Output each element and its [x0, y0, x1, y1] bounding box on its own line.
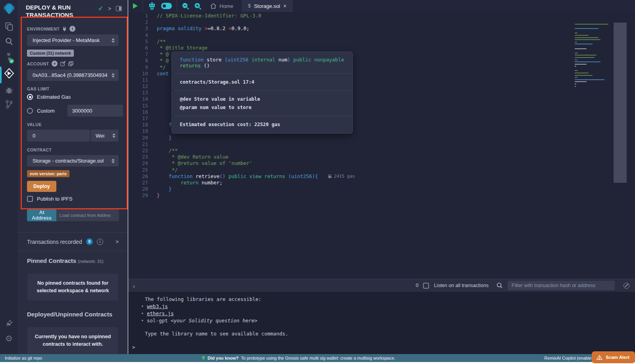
tab-close-icon[interactable]: ×	[283, 3, 287, 9]
transactions-recorded-row: Transactions recorded 0 i >	[18, 233, 127, 251]
gas-estimate-annotation: 2415 gas	[328, 173, 355, 180]
editor-minimap[interactable]	[575, 24, 612, 88]
compile-success-check-icon: ✓	[98, 5, 103, 12]
tooltip-signature: function store (uint256 internal num) pu…	[172, 52, 352, 73]
terminal-library-item[interactable]: web3.js	[141, 303, 635, 310]
code-line[interactable]: 3pragma solidity >=0.8.2 <0.9.0;	[128, 25, 635, 32]
pinned-contracts-empty: No pinned contracts found for selected w…	[27, 274, 118, 301]
remix-ai-logo-icon[interactable]	[0, 2, 18, 15]
clear-console-icon[interactable]	[623, 283, 629, 289]
publish-ipfs-checkbox[interactable]	[27, 196, 33, 202]
plug-icon[interactable]	[62, 27, 67, 31]
estimated-gas-radio[interactable]	[27, 94, 33, 100]
debugger-icon[interactable]	[0, 86, 18, 94]
terminal-output[interactable]: The following libraries are accessible: …	[128, 292, 635, 354]
tooltip-cost: Estimated execution cost: 22520 gas	[180, 121, 344, 128]
solidity-compiler-icon[interactable]	[0, 52, 18, 64]
estimated-gas-radio-row[interactable]: Estimated Gas	[27, 94, 119, 100]
copilot-status[interactable]: RemixAI Copilot (enabled)	[545, 356, 595, 360]
did-you-know-label: Did you know?	[208, 356, 239, 360]
scam-alert-button[interactable]: Scam Alert	[592, 351, 635, 363]
deploy-button[interactable]: Deploy	[27, 181, 56, 192]
code-line[interactable]: 26 function retrieve() public view retur…	[128, 173, 635, 180]
code-line[interactable]: 2	[128, 19, 635, 25]
panel-title: DEPLOY & RUN TRANSACTIONS	[26, 4, 85, 19]
value-input[interactable]: 0	[27, 130, 90, 142]
value-amount: 0	[33, 133, 35, 139]
library-link[interactable]: ethers.js	[147, 310, 174, 316]
value-unit: Wei	[96, 133, 104, 139]
code-line[interactable]: 1// SPDX-License-Identifier: GPL-3.0	[128, 13, 635, 19]
zoom-out-icon[interactable]	[182, 2, 189, 10]
code-line[interactable]: 28 }	[128, 186, 635, 192]
code-line[interactable]: 23 * @dev Return value	[128, 154, 635, 160]
code-line[interactable]: 6 * @title Storage	[128, 45, 635, 51]
sign-message-icon[interactable]	[60, 61, 65, 66]
code-line[interactable]: 4	[128, 32, 635, 38]
listen-all-checkbox[interactable]	[423, 283, 429, 289]
settings-gear-icon[interactable]: ⚙	[0, 334, 18, 343]
tab-home[interactable]: Home	[206, 3, 237, 9]
terminal-library-item: sol-gpt <your Solidity question here>	[141, 317, 635, 324]
terminal-library-item[interactable]: ethers.js	[141, 310, 635, 317]
account-label: ACCOUNT	[27, 61, 49, 66]
add-account-icon[interactable]: +	[52, 61, 58, 67]
account-select[interactable]: 0xA03...85ac4 (0.398673504934	[27, 69, 119, 81]
collapse-panel-icon[interactable]: >	[108, 6, 111, 11]
code-line[interactable]: 5/**	[128, 38, 635, 45]
at-address-button[interactable]: At Address	[27, 209, 56, 221]
transactions-expand-icon[interactable]: >	[115, 239, 119, 245]
deploy-run-icon[interactable]	[0, 68, 18, 79]
icon-rail: ⚙	[0, 0, 18, 354]
warning-triangle-icon	[597, 355, 602, 360]
estimated-gas-label: Estimated Gas	[37, 94, 71, 100]
custom-gas-radio-row[interactable]: Custom	[27, 105, 119, 117]
did-you-know-text: To prototype using the Gnosis safe multi…	[241, 356, 395, 360]
pinned-contracts-heading: Pinned Contracts (network: 31)	[27, 257, 119, 264]
ai-robot-icon[interactable]	[148, 2, 156, 10]
editor-scrollbar[interactable]	[614, 23, 627, 183]
code-line[interactable]: 21	[128, 141, 635, 148]
copy-account-icon[interactable]	[68, 61, 73, 66]
environment-select[interactable]: Injected Provider - MetaMask	[27, 34, 119, 46]
pin-panel-icon[interactable]	[116, 6, 122, 11]
plugin-manager-icon[interactable]	[0, 318, 18, 327]
code-line[interactable]: 27 return number;	[128, 180, 635, 186]
environment-value: Injected Provider - MetaMask	[33, 37, 100, 43]
deployed-contracts-empty: Currently you have no unpinned contracts…	[27, 327, 118, 354]
code-line[interactable]: 29}	[128, 192, 635, 199]
code-line[interactable]: 25 */	[128, 167, 635, 173]
file-explorer-icon[interactable]	[0, 22, 18, 31]
publish-ipfs-row[interactable]: Publish to IPFS	[27, 196, 119, 202]
run-script-icon[interactable]	[133, 3, 138, 9]
contract-select[interactable]: Storage - contracts/Storage.sol	[27, 155, 119, 167]
zoom-in-icon[interactable]	[194, 2, 202, 10]
transactions-info-icon[interactable]: i	[97, 239, 103, 245]
copilot-toggle[interactable]	[161, 3, 172, 9]
transactions-recorded-label: Transactions recorded	[27, 239, 82, 245]
terminal-hint: Type the library name to see available c…	[145, 330, 635, 337]
search-icon[interactable]	[0, 37, 18, 46]
terminal-collapse-icon[interactable]: ⌄⌄	[132, 284, 136, 287]
environment-info-icon[interactable]: i	[69, 26, 75, 32]
terminal-filter-input[interactable]	[508, 281, 615, 290]
git-icon[interactable]	[0, 100, 18, 109]
account-value: 0xA03...85ac4 (0.398673504934	[33, 72, 108, 78]
custom-gas-input[interactable]	[67, 105, 123, 117]
tab-storage-sol[interactable]: S Storage.sol ×	[242, 0, 292, 12]
value-unit-select[interactable]: Wei	[91, 130, 119, 142]
custom-gas-radio[interactable]	[27, 108, 33, 114]
home-icon	[210, 3, 216, 9]
home-label: Home	[219, 3, 233, 9]
terminal-prompt[interactable]: >	[132, 344, 135, 351]
git-init-button[interactable]: Initialize as git repo	[5, 356, 42, 360]
at-address-input[interactable]	[56, 209, 119, 221]
code-line[interactable]: 20 }	[128, 135, 635, 141]
terminal-tx-count: 0	[416, 283, 418, 288]
code-line[interactable]: 24 * @return value of 'number'	[128, 160, 635, 167]
terminal-search-icon[interactable]	[496, 282, 503, 289]
ai-copilot-section	[143, 0, 177, 12]
select-stepper-icon	[112, 133, 115, 138]
code-line[interactable]: 22 /**	[128, 148, 635, 154]
library-link[interactable]: web3.js	[147, 303, 168, 309]
